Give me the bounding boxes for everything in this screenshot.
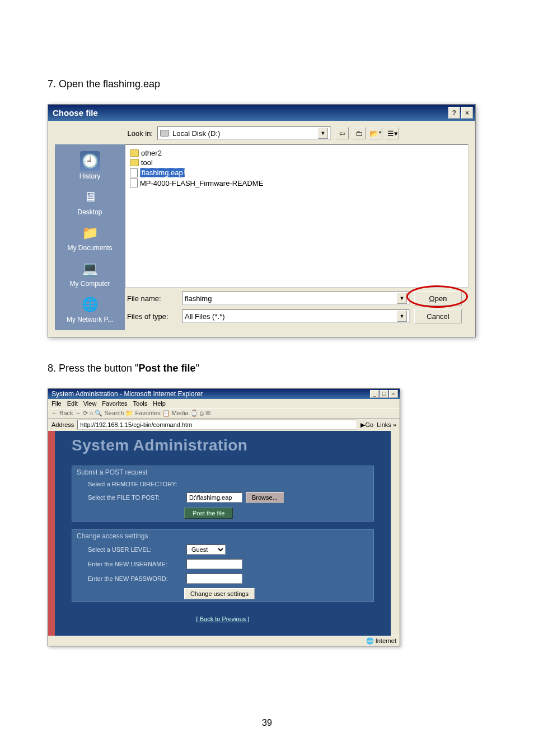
disk-icon <box>160 130 169 137</box>
back-icon[interactable]: ⇦ <box>335 127 349 139</box>
cancel-button[interactable]: Cancel <box>414 309 462 323</box>
browse-button[interactable]: Browse... <box>246 492 284 503</box>
step7-text: 7. Open the flashimg.eap <box>48 78 486 90</box>
menu-help[interactable]: Help <box>153 400 166 407</box>
menu-tools[interactable]: Tools <box>133 400 148 407</box>
mycomputer-icon: 💻 <box>80 259 100 279</box>
remote-dir-label: Select a REMOTE DIRECTORY: <box>72 478 373 490</box>
places-mycomputer[interactable]: 💻 My Computer <box>57 256 123 290</box>
menu-edit[interactable]: Edit <box>67 400 78 407</box>
browser-toolbar: ← Back → ⟳ ⌂ 🔍 Search 📁 Favorites 📋 Medi… <box>48 408 400 419</box>
lookin-value: Local Disk (D:) <box>172 129 220 138</box>
file-icon <box>130 168 138 177</box>
filename-label: File name: <box>127 294 177 303</box>
menu-bar: File Edit View Favorites Tools Help <box>48 399 400 408</box>
folder-icon <box>130 149 139 157</box>
network-icon: 🌐 <box>80 294 100 314</box>
places-history[interactable]: 🕘 History <box>57 149 123 182</box>
links-label[interactable]: Links » <box>377 421 396 428</box>
page-title: System Administration <box>72 436 374 454</box>
chevron-down-icon[interactable]: ▼ <box>397 311 407 322</box>
user-level-select[interactable]: Guest <box>186 544 226 555</box>
menu-view[interactable]: View <box>83 400 97 407</box>
scrollbar[interactable] <box>391 431 400 636</box>
browser-titlebar: System Administration - Microsoft Intern… <box>48 389 400 399</box>
browser-window: System Administration - Microsoft Intern… <box>48 388 400 646</box>
go-button[interactable]: ▶Go <box>360 421 373 429</box>
list-item[interactable]: MP-4000-FLASH_Firmware-README <box>129 178 465 188</box>
places-bar: 🕘 History 🖥 Desktop 📁 My Documents 💻 My … <box>55 144 125 330</box>
new-username-label: Enter the NEW USERNAME: <box>88 561 183 567</box>
folder-icon <box>130 159 139 166</box>
panel-access-settings: Change access settings Select a USER LEV… <box>72 529 374 602</box>
filename-input[interactable]: flashimg ▼ <box>182 292 410 305</box>
list-item[interactable]: flashimg.eap <box>129 167 465 178</box>
filetype-combo[interactable]: All Files (*.*) ▼ <box>182 309 410 323</box>
user-level-label: Select a USER LEVEL: <box>88 546 183 553</box>
file-to-post-label: Select the FILE TO POST: <box>88 494 183 501</box>
minimize-button[interactable]: _ <box>370 390 379 398</box>
close-button[interactable]: × <box>389 390 398 398</box>
step8-text: 8. Press the button "Post the file" <box>48 363 486 374</box>
close-button[interactable]: × <box>461 107 473 119</box>
dialog-titlebar: Choose file ? × <box>48 105 475 121</box>
places-network[interactable]: 🌐 My Network P... <box>57 292 123 326</box>
new-password-label: Enter the NEW PASSWORD: <box>88 575 183 582</box>
menu-favorites[interactable]: Favorites <box>102 400 127 407</box>
up-icon[interactable]: 🗀 <box>352 127 366 139</box>
list-item[interactable]: tool <box>129 158 465 167</box>
lookin-combo[interactable]: Local Disk (D:) ▼ <box>157 126 331 140</box>
file-list[interactable]: other2 tool flashimg.eap MP-4000-FLASH_F… <box>125 144 469 288</box>
choose-file-dialog: Choose file ? × Look in: Local Disk (D:)… <box>48 104 476 337</box>
file-path-input[interactable] <box>186 492 242 503</box>
places-mydocuments[interactable]: 📁 My Documents <box>57 220 123 254</box>
new-username-input[interactable] <box>186 559 242 569</box>
filetype-label: Files of type: <box>127 312 177 321</box>
change-settings-button[interactable]: Change user settings <box>184 588 255 599</box>
panel-title: Change access settings <box>72 530 373 542</box>
browser-title: System Administration - Microsoft Intern… <box>51 390 203 398</box>
help-button[interactable]: ? <box>448 107 460 119</box>
menu-file[interactable]: File <box>51 400 62 407</box>
toolbar-text[interactable]: ← Back → ⟳ ⌂ 🔍 Search 📁 Favorites 📋 Medi… <box>51 410 210 417</box>
chevron-down-icon[interactable]: ▼ <box>397 293 407 304</box>
address-label: Address <box>51 421 74 428</box>
history-icon: 🕘 <box>80 151 100 171</box>
back-to-previous-link[interactable]: [ Back to Previous ] <box>196 616 250 622</box>
dialog-title: Choose file <box>53 108 98 118</box>
file-icon <box>130 179 138 187</box>
lookin-label: Look in: <box>122 129 153 138</box>
views-icon[interactable]: ☰▾ <box>386 127 399 139</box>
status-bar: 🌐 Internet <box>48 636 400 646</box>
chevron-down-icon[interactable]: ▼ <box>318 128 328 139</box>
places-desktop[interactable]: 🖥 Desktop <box>57 185 123 218</box>
open-button[interactable]: Open <box>414 291 462 306</box>
list-item[interactable]: other2 <box>129 148 465 158</box>
address-input[interactable]: http://192.168.1.15/cgi-bin/command.htm <box>77 420 357 430</box>
maximize-button[interactable]: ☐ <box>380 390 388 398</box>
mydocs-icon: 📁 <box>80 223 100 243</box>
page-number: 39 <box>0 718 534 728</box>
new-folder-icon[interactable]: 📂* <box>369 127 382 139</box>
panel-title: Submit a POST request <box>72 466 373 478</box>
left-stripe <box>48 431 55 636</box>
desktop-icon: 🖥 <box>80 187 100 207</box>
new-password-input[interactable] <box>186 574 242 584</box>
panel-post-request: Submit a POST request Select a REMOTE DI… <box>72 466 374 522</box>
post-file-button[interactable]: Post the file <box>184 508 233 519</box>
address-bar: Address http://192.168.1.15/cgi-bin/comm… <box>48 419 400 431</box>
